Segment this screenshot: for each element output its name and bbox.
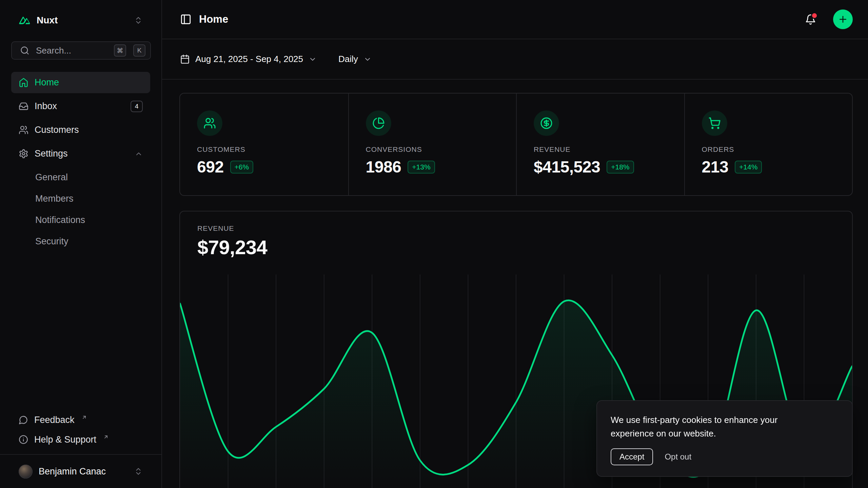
gear-icon [19,149,28,159]
stat-card-conversions[interactable]: CONVERSIONS 1986 +13% [348,94,516,195]
workspace-name: Nuxt [37,15,58,26]
stat-card-orders[interactable]: ORDERS 213 +14% [684,94,852,195]
stat-label: REVENUE [534,145,667,154]
feedback-link[interactable]: Feedback [11,410,150,430]
settings-subnav: General Members Notifications Security [11,167,150,252]
granularity-label: Daily [338,54,358,64]
sidebar-item-general[interactable]: General [11,167,150,188]
stat-label: ORDERS [702,145,835,154]
users-icon [19,125,28,135]
revenue-label: REVENUE [197,224,835,233]
sidebar-item-label: Inbox [35,101,57,111]
user-menu[interactable]: Benjamin Canac [11,460,150,483]
user-name: Benjamin Canac [39,466,106,477]
avatar [19,465,33,479]
sidebar-item-customers[interactable]: Customers [11,119,150,141]
notifications-button[interactable] [805,14,816,25]
sub-item-label: Members [35,194,74,204]
sub-item-label: Notifications [35,215,85,225]
search-input[interactable]: Search... ⌘ K [11,41,151,60]
stat-card-revenue[interactable]: REVENUE $415,523 +18% [516,94,684,195]
stat-value: 1986 [366,158,401,176]
accept-cookies-button[interactable]: Accept [611,448,653,465]
revenue-value: $79,234 [197,235,835,260]
page-title: Home [199,13,228,25]
chevron-up-icon [135,150,143,158]
chevron-down-icon [363,55,372,63]
sidebar-item-notifications[interactable]: Notifications [11,209,150,231]
stat-value: 213 [702,158,729,176]
sidebar-item-members[interactable]: Members [11,188,150,209]
chevrons-up-down-icon [134,467,143,476]
sidebar-toggle-button[interactable] [180,14,192,25]
footer-link-label: Feedback [34,415,75,425]
plus-icon [838,14,848,24]
date-range-label: Aug 21, 2025 - Sep 4, 2025 [195,54,303,64]
external-link-icon [81,414,87,420]
sidebar-item-inbox[interactable]: Inbox 4 [11,96,150,117]
footer-link-label: Help & Support [34,434,96,445]
stat-card-customers[interactable]: CUSTOMERS 692 +6% [180,94,348,195]
nuxt-logo-icon [19,14,31,26]
home-icon [19,78,28,87]
sidebar-nav: Home Inbox 4 Customers Sett [11,72,150,252]
chevron-down-icon [309,55,317,63]
stat-delta-badge: +14% [735,161,762,174]
sidebar-item-label: Settings [35,148,68,159]
external-link-icon [103,434,109,440]
kbd-k: K [133,44,145,57]
sidebar-item-settings[interactable]: Settings [11,143,150,164]
search-placeholder: Search... [36,45,71,56]
optout-cookies-button[interactable]: Opt out [665,452,691,462]
cookie-consent-toast: We use first-party cookies to enhance yo… [596,400,853,477]
message-bubble-icon [19,415,28,425]
sub-item-label: General [35,172,68,183]
dollar-circle-icon [534,110,559,136]
calendar-icon [180,54,190,64]
granularity-select[interactable]: Daily [338,54,372,64]
stat-value: $415,523 [534,158,600,176]
inbox-count-badge: 4 [131,101,143,112]
sidebar-item-label: Customers [35,125,79,135]
help-support-link[interactable]: Help & Support [11,430,150,449]
kbd-cmd: ⌘ [114,44,126,57]
stat-delta-badge: +13% [408,161,435,174]
workspace-switcher[interactable]: Nuxt [11,8,150,33]
sidebar-item-security[interactable]: Security [11,231,150,252]
sidebar-item-home[interactable]: Home [11,72,150,93]
add-button[interactable] [833,9,853,29]
users-icon [197,110,222,136]
cart-icon [702,110,727,136]
notification-dot [812,13,817,18]
stat-value: 692 [197,158,224,176]
help-circle-icon [19,435,28,444]
sidebar-item-label: Home [35,77,59,88]
sidebar-footer-links: Feedback Help & Support [11,410,150,449]
stats-summary-card: CUSTOMERS 692 +6% CONVERSIONS 1986 +13% [179,93,853,196]
pie-chart-icon [366,110,391,136]
stat-label: CUSTOMERS [197,145,331,154]
stat-label: CONVERSIONS [366,145,499,154]
stat-delta-badge: +18% [607,161,634,174]
chevrons-up-down-icon [134,16,143,25]
sidebar: Nuxt Search... ⌘ K Home [0,0,162,488]
cookie-message: We use first-party cookies to enhance yo… [611,413,807,440]
user-section: Benjamin Canac [0,454,161,488]
stat-delta-badge: +6% [230,161,254,174]
inbox-icon [19,101,28,111]
sub-item-label: Security [35,236,68,247]
search-icon [20,46,29,55]
page-header: Home [162,0,868,39]
filters-toolbar: Aug 21, 2025 - Sep 4, 2025 Daily [162,39,868,80]
date-range-picker[interactable]: Aug 21, 2025 - Sep 4, 2025 [180,54,317,64]
